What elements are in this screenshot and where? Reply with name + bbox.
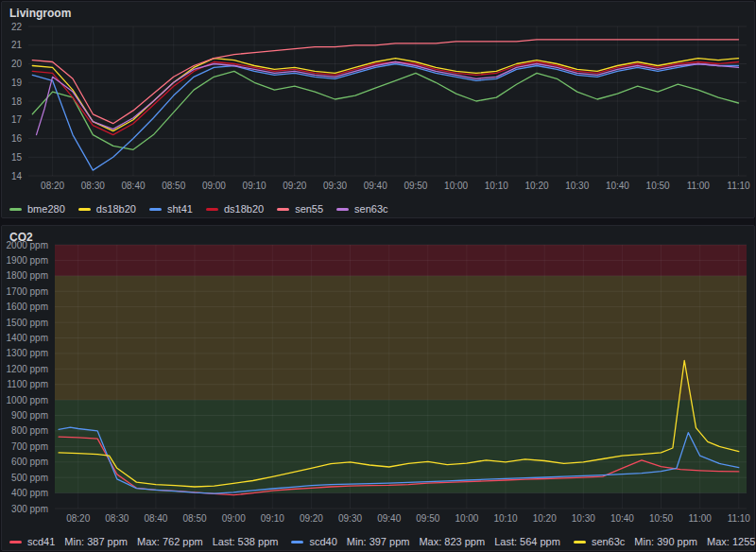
svg-text:10:50: 10:50 [646, 181, 670, 191]
legend-item-scd41[interactable]: scd41 Min: 387 ppm Max: 762 ppm Last: 53… [9, 536, 278, 547]
legend-item-scd40[interactable]: scd40 Min: 397 ppm Max: 823 ppm Last: 56… [291, 536, 559, 547]
series-label: scd41 [27, 536, 55, 547]
series-stat-min: Min: 387 ppm [64, 536, 128, 547]
svg-text:20: 20 [11, 59, 23, 69]
series-color-swatch [336, 208, 349, 211]
svg-text:17: 17 [11, 114, 23, 125]
svg-text:08:50: 08:50 [162, 181, 185, 191]
svg-text:09:30: 09:30 [323, 181, 347, 191]
series-color-swatch [149, 208, 162, 211]
svg-text:600 ppm: 600 ppm [11, 457, 48, 467]
series-label: sht41 [167, 203, 193, 215]
svg-text:11:10: 11:10 [727, 181, 750, 191]
svg-text:08:50: 08:50 [182, 513, 206, 524]
svg-text:10:20: 10:20 [524, 181, 548, 191]
svg-text:09:40: 09:40 [364, 181, 387, 191]
legend-item-sen63c[interactable]: sen63c [336, 203, 387, 215]
svg-text:1000 ppm: 1000 ppm [7, 395, 48, 405]
svg-text:16: 16 [11, 133, 23, 144]
series-stat-min: Min: 390 ppm [634, 536, 697, 547]
series-color-swatch [277, 208, 289, 211]
svg-text:900 ppm: 900 ppm [11, 410, 48, 421]
series-color-swatch [9, 208, 22, 211]
svg-text:09:10: 09:10 [261, 513, 284, 524]
grafana-dashboard: { "page": { "background": "#111217", "pa… [0, 0, 756, 552]
svg-text:09:30: 09:30 [338, 513, 362, 524]
legend-item-sen55[interactable]: sen55 [277, 203, 323, 215]
livingroom-chart-plot[interactable]: 14151617181920212208:2008:3008:4008:5009… [2, 2, 756, 217]
svg-text:22: 22 [11, 22, 23, 32]
svg-text:08:40: 08:40 [144, 513, 167, 524]
livingroom-legend: bme280 ds18b20 sht41 ds18b20 sen55 sen63… [9, 203, 388, 215]
co2-chart-plot[interactable]: 300 ppm400 ppm500 ppm600 ppm700 ppm800 p… [2, 226, 756, 550]
series-color-swatch [574, 541, 586, 543]
svg-text:10:40: 10:40 [606, 181, 629, 191]
series-stat-min: Min: 397 ppm [347, 536, 410, 547]
series-label: scd40 [309, 536, 336, 547]
legend-item-ds18b20-a[interactable]: ds18b20 [78, 203, 136, 215]
svg-text:08:40: 08:40 [121, 181, 145, 191]
svg-text:1400 ppm: 1400 ppm [7, 333, 48, 343]
svg-text:18: 18 [11, 96, 23, 107]
svg-text:1600 ppm: 1600 ppm [7, 302, 48, 312]
series-stat-max: Max: 1255 ppm [707, 536, 756, 547]
svg-text:700 ppm: 700 ppm [11, 441, 48, 452]
series-label: sen63c [592, 536, 625, 547]
svg-text:09:20: 09:20 [300, 513, 323, 524]
panel-title-co2[interactable]: CO2 [9, 231, 33, 244]
series-stat-max: Max: 823 ppm [419, 536, 485, 547]
series-color-swatch [78, 208, 91, 211]
svg-text:1500 ppm: 1500 ppm [7, 318, 48, 328]
svg-text:14: 14 [11, 171, 23, 181]
series-stat-last: Last: 538 ppm [213, 536, 279, 547]
svg-text:10:20: 10:20 [533, 513, 557, 524]
svg-text:19: 19 [11, 78, 23, 88]
svg-text:10:10: 10:10 [485, 181, 508, 191]
legend-item-ds18b20-b[interactable]: ds18b20 [206, 203, 264, 215]
svg-text:10:30: 10:30 [572, 513, 595, 524]
svg-text:1100 ppm: 1100 ppm [7, 379, 48, 389]
svg-text:1300 ppm: 1300 ppm [7, 348, 48, 358]
svg-text:400 ppm: 400 ppm [11, 488, 48, 498]
svg-text:09:50: 09:50 [416, 513, 439, 524]
legend-item-bme280[interactable]: bme280 [9, 203, 65, 215]
series-label: sen63c [354, 203, 387, 215]
svg-text:10:40: 10:40 [610, 513, 634, 524]
svg-text:09:20: 09:20 [283, 181, 306, 191]
svg-text:08:30: 08:30 [81, 181, 105, 191]
svg-text:09:50: 09:50 [404, 181, 427, 191]
svg-text:1200 ppm: 1200 ppm [7, 364, 48, 374]
legend-item-sen63c[interactable]: sen63c Min: 390 ppm Max: 1255 ppm Last: … [574, 536, 756, 547]
svg-text:10:00: 10:00 [444, 181, 468, 191]
svg-text:09:10: 09:10 [243, 181, 266, 191]
svg-text:10:00: 10:00 [455, 513, 478, 524]
series-color-swatch [291, 541, 303, 543]
panel-title-livingroom[interactable]: Livingroom [9, 7, 71, 20]
svg-text:15: 15 [11, 152, 23, 163]
svg-text:09:00: 09:00 [222, 513, 246, 524]
series-stat-max: Max: 762 ppm [137, 536, 203, 547]
svg-text:500 ppm: 500 ppm [11, 473, 48, 483]
series-label: ds18b20 [224, 203, 264, 215]
svg-text:11:10: 11:10 [728, 513, 751, 524]
svg-text:08:20: 08:20 [66, 513, 90, 524]
panel-livingroom: Livingroom 14151617181920212208:2008:300… [1, 1, 755, 218]
svg-text:08:20: 08:20 [41, 181, 64, 191]
svg-text:11:00: 11:00 [689, 513, 713, 524]
svg-text:09:40: 09:40 [377, 513, 401, 524]
series-color-swatch [9, 541, 22, 543]
series-label: bme280 [27, 203, 65, 215]
svg-text:08:30: 08:30 [105, 513, 129, 524]
svg-text:1900 ppm: 1900 ppm [7, 255, 48, 266]
series-color-swatch [206, 208, 218, 211]
svg-text:10:50: 10:50 [649, 513, 673, 524]
svg-text:1800 ppm: 1800 ppm [7, 270, 48, 281]
svg-text:09:00: 09:00 [202, 181, 226, 191]
series-label: ds18b20 [96, 203, 136, 215]
svg-text:11:00: 11:00 [687, 181, 711, 191]
svg-text:10:10: 10:10 [493, 513, 517, 524]
legend-item-sht41[interactable]: sht41 [149, 203, 193, 215]
svg-text:300 ppm: 300 ppm [11, 504, 48, 514]
panel-co2: CO2 300 ppm400 ppm500 ppm600 ppm700 ppm8… [1, 225, 755, 551]
svg-text:800 ppm: 800 ppm [11, 425, 48, 436]
